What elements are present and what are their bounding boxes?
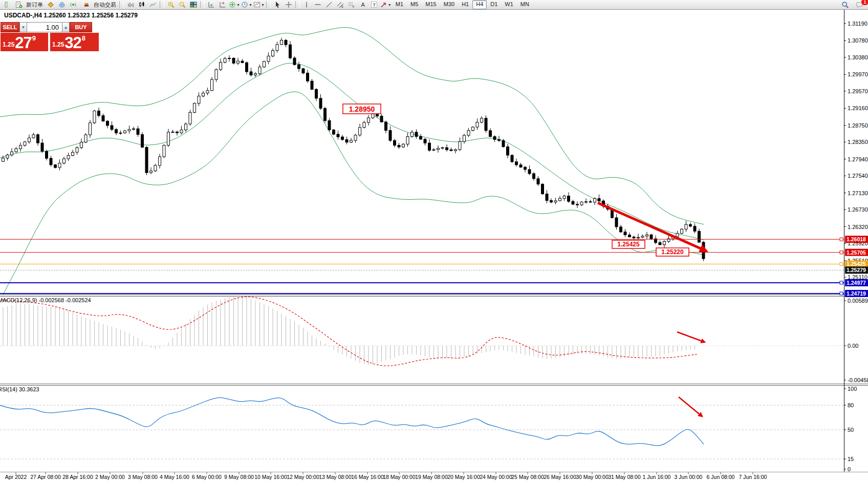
time-axis-label: Apr 2022 [5,474,27,480]
svg-text:T: T [373,3,376,8]
line-anchor-handle[interactable] [840,238,843,241]
community-icon[interactable] [56,1,68,9]
time-axis-label: 3 May 08:00 [128,474,158,480]
buy-price-big-digits: 32 [64,35,81,50]
volume-down-button[interactable]: ▼ [19,22,27,32]
price-axis-tick: 1.31190 [848,20,867,27]
chart-shift-icon[interactable] [217,1,228,9]
timeframe-button-m15[interactable]: M15 [422,0,440,9]
buy-button[interactable]: BUY [70,22,92,32]
main-toolbar: 新订单自动交易▼▼▼EFAT▼M1M5M15M30H1H4D1W1MN1 [0,0,868,10]
timeframe-button-m30[interactable]: M30 [440,0,458,9]
time-axis-label: 26 May 16:00 [544,474,576,480]
rsi-axis-tick: 80 [848,402,854,408]
timeframe-button-d1[interactable]: D1 [487,0,501,9]
autotrading-button-label: 自动交易 [94,1,116,9]
autotrading-button[interactable]: 自动交易 [79,1,118,9]
tile-windows-icon[interactable] [188,1,199,9]
templates-icon[interactable]: ▼ [253,1,265,9]
zoom-in-icon[interactable] [165,1,177,9]
equidistant-channel-icon[interactable]: E [335,1,346,9]
line-anchor-handle[interactable] [840,281,843,284]
fibonacci-icon[interactable]: F [346,1,357,9]
sell-price-pipette: 9 [32,34,36,42]
indicators-icon[interactable]: ▼ [228,1,241,9]
time-axis-label: 1 Jun 16:00 [643,474,671,480]
time-axis-label: 12 May 00:00 [287,474,319,480]
sell-button[interactable]: SELL [1,22,19,32]
time-axis-label: 25 May 08:00 [511,474,544,480]
vertical-line-icon[interactable] [301,1,312,9]
price-axis-tick: 1.29160 [848,105,868,111]
price-axis-tick: 1.30780 [848,37,868,44]
time-axis-label: 30 May 00:00 [576,474,609,480]
timeframe-button-m5[interactable]: M5 [407,0,422,9]
horizontal-line-icon[interactable] [312,1,323,9]
toolbar-separator [266,1,271,8]
price-axis-tick: 1.27940 [848,156,868,162]
shapes-icon[interactable]: ▼ [380,1,392,9]
price-tag-label: 1.25279 [847,267,866,273]
line-anchor-handle[interactable] [840,263,843,266]
volume-input[interactable] [27,22,62,32]
timeframe-button-h4[interactable]: H4 [472,0,487,9]
svg-text:F: F [353,5,355,8]
time-axis-label: 28 Apr 16:00 [62,474,93,480]
price-annotation-label: 1.25220 [661,248,684,256]
time-axis-label: 13 May 08:00 [319,474,352,480]
clipped-icon[interactable] [0,1,11,9]
timeframe-button-w1[interactable]: W1 [501,0,517,9]
price-tag-label: 1.24977 [847,280,866,286]
timeframe-button-h1[interactable]: H1 [458,0,472,9]
price-annotation-label: 1.28950 [349,105,375,113]
price-axis-tick: 1.30380 [848,54,868,60]
toolbar-separator [295,1,300,8]
timeframe-button-mn[interactable]: MN [517,0,533,9]
time-axis-label: 7 Jun 16:00 [739,474,767,480]
auto-scroll-icon[interactable] [206,1,217,9]
timeframe-button-m1[interactable]: M1 [392,0,407,9]
time-axis-label: 18 May 00:00 [383,474,416,480]
macd-label: MACD(12,26,9) -0.002568 -0.002524 [0,297,91,303]
buy-price-display[interactable]: 1.25 32 8 [50,33,99,51]
time-axis-label: 10 May 16:00 [254,474,287,480]
line-chart-icon[interactable] [147,1,159,9]
text-icon[interactable]: A [357,1,368,9]
new-order-button[interactable]: 新订单 [11,1,45,9]
line-anchor-handle[interactable] [840,251,843,254]
price-tag-label: 1.25425 [847,261,866,267]
notifications-icon[interactable]: 1 [854,1,865,9]
cursor-icon[interactable] [272,1,283,9]
crosshair-icon[interactable] [283,1,294,9]
candlestick-chart-icon[interactable] [136,1,147,9]
line-anchor-handle[interactable] [840,292,843,295]
price-axis-tick: 1.29570 [848,88,868,94]
rsi-label: RSI(14) 30.3623 [0,386,39,392]
symbol-ohlc-header: USDCAD-,H4 1.25260 1.25323 1.25256 1.252… [4,12,138,19]
search-icon[interactable] [839,1,851,9]
toolbar-separator [200,1,205,8]
metaeditor-icon[interactable] [45,1,56,9]
time-axis-label: 31 May 08:00 [608,474,641,480]
macd-axis-tick: 0.00 [848,343,858,349]
toolbar-separator [160,1,164,8]
autotrading-icon [81,1,92,9]
time-axis[interactable]: Apr 202227 Apr 08:0028 Apr 16:002 May 00… [5,472,767,480]
sell-price-display[interactable]: 1.25 27 9 [1,33,48,51]
zoom-out-icon[interactable] [177,1,188,9]
text-label-icon[interactable]: T [368,1,380,9]
bar-chart-icon[interactable] [125,1,136,9]
volume-stepper: ▼ ▲ [19,22,70,32]
time-axis-label: 6 Jun 08:00 [707,474,735,480]
rsi-axis-tick: 50 [848,427,854,433]
volume-up-button[interactable]: ▲ [62,22,70,32]
trendline-icon[interactable] [323,1,335,9]
time-axis-label: 3 Jun 00:00 [675,474,703,480]
periods-icon[interactable]: ▼ [241,1,253,9]
broadcast-icon[interactable] [68,1,79,9]
sell-price-big-digits: 27 [15,35,31,50]
price-tag-label: 1.24719 [847,290,866,297]
chart-canvas[interactable]: 1.311901.307801.303801.299701.295701.291… [0,9,868,481]
price-axis-tick: 1.26320 [848,224,868,230]
rsi-axis-tick: 100 [848,386,857,392]
